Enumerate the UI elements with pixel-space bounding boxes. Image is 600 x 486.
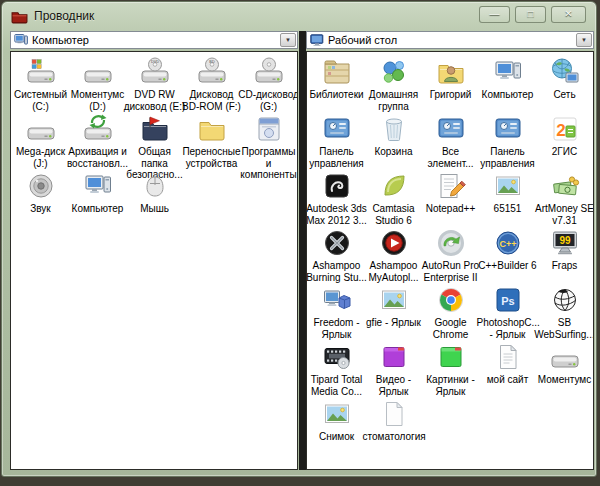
- network-item[interactable]: Сеть: [536, 56, 593, 113]
- mouse-item[interactable]: Мышь: [126, 170, 183, 227]
- libraries-item[interactable]: Библиотеки: [308, 56, 365, 113]
- icon-label: Переносные устройства: [181, 146, 243, 169]
- computer-item[interactable]: Компьютер: [479, 56, 536, 113]
- computer-small-icon: [14, 33, 28, 47]
- autorun-disc-icon: [435, 227, 467, 259]
- system-drive-item[interactable]: Системный (C:): [12, 56, 69, 113]
- icon-label: DVD RW дисковод (E:): [124, 89, 186, 112]
- combobox-value: Компьютер: [28, 34, 280, 46]
- secure-folder-icon: [139, 113, 171, 145]
- text-document-item[interactable]: мой сайт: [479, 341, 536, 398]
- control-panel-item[interactable]: Все элемент...: [422, 113, 479, 170]
- maximize-button[interactable]: □: [515, 6, 546, 23]
- ashampoo-player-item[interactable]: Ashampoo MyAutopl...: [365, 227, 422, 284]
- user-folder-item[interactable]: Григорий: [422, 56, 479, 113]
- hard-drive-item[interactable]: Моментумс (D:): [69, 56, 126, 113]
- icon-label: Мышь: [124, 203, 186, 215]
- window-controls: — □ ✕: [479, 6, 586, 23]
- icon-label: Григорий: [420, 89, 482, 101]
- combobox-value: Рабочий стол: [324, 34, 576, 46]
- icon-label: Сеть: [534, 89, 595, 101]
- green-folder-item[interactable]: Картинки - Ярлык: [422, 341, 479, 398]
- cd-drive-item[interactable]: CD-дисковод (G:): [240, 56, 297, 113]
- ashampoo-burning-item[interactable]: Ashampoo Burning Stu...: [308, 227, 365, 284]
- image-file-icon: [378, 284, 410, 316]
- photoshop-icon: Ps: [492, 284, 524, 316]
- icon-label: 2ГИС: [534, 146, 595, 158]
- 2gis-item[interactable]: 22ГИС: [536, 113, 593, 170]
- control-panel-item[interactable]: Панель управления: [479, 113, 536, 170]
- photoshop-item[interactable]: PsPhotoshopC... - Ярлык: [479, 284, 536, 341]
- control-panel-item[interactable]: Панель управления: [308, 113, 365, 170]
- speaker-icon: [25, 170, 57, 202]
- websurfing-item[interactable]: SB WebSurfing...: [536, 284, 593, 341]
- icon-label: Ashampoo MyAutopl...: [363, 260, 425, 283]
- left-panel: Компьютер ▼ Системный (C:)Моментумс (D:)…: [10, 31, 298, 470]
- user-folder-icon: [435, 56, 467, 88]
- dropdown-arrow-icon[interactable]: ▼: [280, 33, 296, 47]
- ashampoo-player-icon: [378, 227, 410, 259]
- camtasia-icon: [378, 170, 410, 202]
- image-file-item[interactable]: 65151: [479, 170, 536, 227]
- svg-text:BD: BD: [209, 60, 215, 64]
- icon-label: ArtMoney SE v7.31: [534, 203, 595, 226]
- secure-folder-item[interactable]: Общая папка безопасно...: [126, 113, 183, 170]
- bd-drive-item[interactable]: BDДисковод BD-ROM (F:): [183, 56, 240, 113]
- websurfing-icon: [549, 284, 581, 316]
- control-panel-icon: [492, 113, 524, 145]
- icon-label: C++Builder 6: [477, 260, 539, 272]
- icon-label: Ashampoo Burning Stu...: [306, 260, 368, 283]
- svg-text:2: 2: [556, 121, 565, 140]
- svg-text:99: 99: [559, 235, 571, 246]
- icon-label: Mega-диск (J:): [10, 146, 72, 169]
- money-item[interactable]: ArtMoney SE v7.31: [536, 170, 593, 227]
- icon-label: Компьютер: [67, 203, 129, 215]
- icon-label: Tipard Total Media Co...: [306, 374, 368, 397]
- hard-drive-item[interactable]: Mega-диск (J:): [12, 113, 69, 170]
- icon-label: Freedom - Ярлык: [306, 317, 368, 340]
- fraps-item[interactable]: 99Fraps: [536, 227, 593, 284]
- network-icon: [549, 56, 581, 88]
- bd-drive-icon: BD: [196, 56, 228, 88]
- close-button[interactable]: ✕: [551, 6, 586, 23]
- cppbuilder-item[interactable]: C++C++Builder 6: [479, 227, 536, 284]
- homegroup-item[interactable]: Домашняя группа: [365, 56, 422, 113]
- 3dsmax-item[interactable]: Autodesk 3ds Max 2012 3...: [308, 170, 365, 227]
- recycle-bin-item[interactable]: Корзина: [365, 113, 422, 170]
- purple-folder-icon: [378, 341, 410, 373]
- computer-item[interactable]: Компьютер: [69, 170, 126, 227]
- image-file-item[interactable]: Снимок: [308, 398, 365, 455]
- blank-document-item[interactable]: стоматология: [365, 398, 422, 455]
- camtasia-item[interactable]: Camtasia Studio 6: [365, 170, 422, 227]
- svg-text:Ps: Ps: [501, 295, 514, 307]
- purple-folder-item[interactable]: Видео - Ярлык: [365, 341, 422, 398]
- fraps-icon: 99: [549, 227, 581, 259]
- chrome-item[interactable]: Google Chrome: [422, 284, 479, 341]
- freedom-item[interactable]: Freedom - Ярлык: [308, 284, 365, 341]
- icon-label: Все элемент...: [420, 146, 482, 169]
- backup-drive-item[interactable]: Архивация и восстановл...: [69, 113, 126, 170]
- address-combobox-desktop[interactable]: Рабочий стол ▼: [306, 31, 594, 49]
- media-converter-item[interactable]: Tipard Total Media Co...: [308, 341, 365, 398]
- dropdown-arrow-icon[interactable]: ▼: [576, 33, 592, 47]
- yellow-folder-item[interactable]: Переносные устройства: [183, 113, 240, 170]
- icon-label: мой сайт: [477, 374, 539, 386]
- autorun-disc-item[interactable]: AutoRun Pro Enterprise II: [422, 227, 479, 284]
- hard-drive-item[interactable]: Моментумс: [536, 341, 593, 398]
- titlebar[interactable]: Проводник — □ ✕: [2, 2, 596, 30]
- minimize-button[interactable]: —: [479, 6, 510, 23]
- icon-label: Звук: [10, 203, 72, 215]
- icon-label: Архивация и восстановл...: [67, 146, 129, 169]
- notepad-item[interactable]: Notepad++: [422, 170, 479, 227]
- icon-label: Fraps: [534, 260, 595, 272]
- image-file-item[interactable]: gfie - Ярлык: [365, 284, 422, 341]
- hard-drive-icon: [25, 113, 57, 145]
- dvd-drive-item[interactable]: DVDDVD RW дисковод (E:): [126, 56, 183, 113]
- speaker-item[interactable]: Звук: [12, 170, 69, 227]
- address-combobox-computer[interactable]: Компьютер ▼: [10, 31, 298, 49]
- icon-label: SB WebSurfing...: [534, 317, 595, 340]
- software-box-item[interactable]: Программы и компоненты: [240, 113, 297, 170]
- window-title: Проводник: [34, 9, 94, 23]
- icon-label: Компьютер: [477, 89, 539, 101]
- icon-label: Системный (C:): [10, 89, 72, 112]
